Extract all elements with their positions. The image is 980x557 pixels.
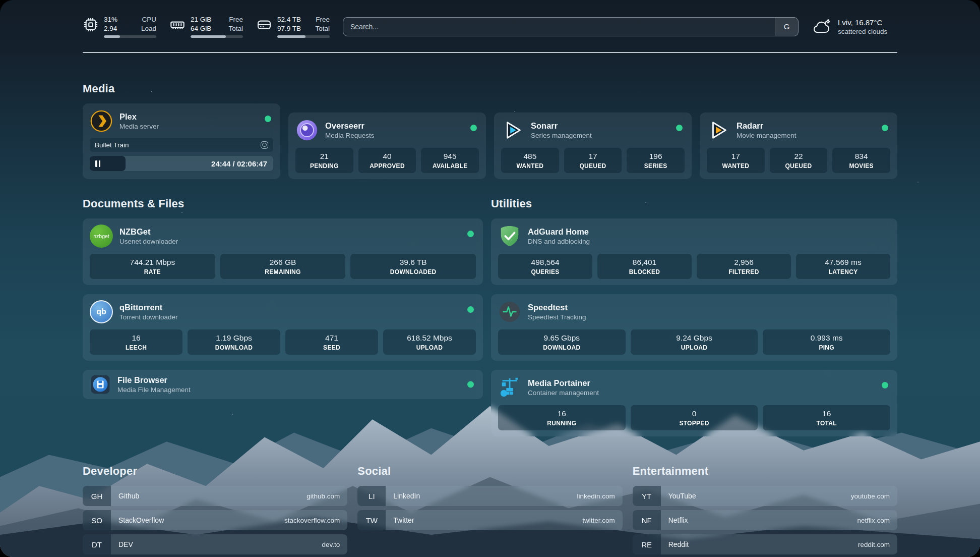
stat-value: 1.19 Gbps xyxy=(190,333,278,343)
bookmark-name: YouTube xyxy=(661,492,851,500)
speedtest-titles: Speedtest Speedtest Tracking xyxy=(528,303,586,321)
stat-box-upload: 618.52 Mbps UPLOAD xyxy=(383,329,476,355)
stat-label: QUEUED xyxy=(566,162,620,170)
bookmarks-area: Developer GH Github github.com SO StackO… xyxy=(83,465,897,557)
cpu-usage-label: CPU xyxy=(142,15,156,24)
stat-box-remaining: 266 GB REMAINING xyxy=(220,254,346,279)
overseerr-titles: Overseerr Media Requests xyxy=(325,121,375,140)
cloud-icon xyxy=(812,18,832,35)
stat-label: FILTERED xyxy=(699,268,789,275)
cpu-stat-body: 31% CPU 2.94 Load xyxy=(104,15,156,38)
bookmark-name: StackOverflow xyxy=(111,516,284,524)
disk-total-label: Total xyxy=(315,24,330,33)
radarr-icon xyxy=(707,119,730,142)
cpu-progress-track xyxy=(104,35,156,38)
app-name: Media Portainer xyxy=(528,378,599,388)
app-name: Speedtest xyxy=(528,303,586,313)
top-bar: 31% CPU 2.94 Load xyxy=(0,0,980,38)
bookmark-url: reddit.com xyxy=(858,541,897,548)
sonarr-icon xyxy=(501,119,524,142)
qbittorrent-titles: qBittorrent Torrent downloader xyxy=(119,303,178,321)
app-name: AdGuard Home xyxy=(528,227,590,237)
app-card-overseerr[interactable]: Overseerr Media Requests 21 PENDING 4 xyxy=(288,113,486,179)
stat-box-seed: 471 SEED xyxy=(285,329,378,355)
app-card-sonarr[interactable]: Sonarr Series management 485 WANTED 1 xyxy=(494,113,692,179)
stat-value: 2,956 xyxy=(699,258,789,267)
plex-player-bar[interactable]: 24:44 / 02:06:47 xyxy=(90,156,273,171)
bookmark-stackoverflow[interactable]: SO StackOverflow stackoverflow.com xyxy=(83,510,347,530)
bookmark-linkedin[interactable]: LI LinkedIn linkedin.com xyxy=(357,486,622,506)
stat-box-total: 16 TOTAL xyxy=(763,405,890,430)
bookmark-abbr: NF xyxy=(633,510,661,530)
stat-value: 17 xyxy=(709,152,763,161)
stat-value: 39.6 TB xyxy=(352,258,474,267)
app-card-filebrowser[interactable]: File Browser Media File Management xyxy=(83,370,483,399)
app-name: Plex xyxy=(119,112,159,122)
stat-box-queries: 498,564 QUERIES xyxy=(498,254,592,279)
portainer-icon xyxy=(498,376,521,399)
app-description: DNS and adblocking xyxy=(528,238,590,245)
bookmark-twitter[interactable]: TW Twitter twitter.com xyxy=(357,510,622,530)
search-provider-button[interactable]: G xyxy=(775,18,798,36)
bookmark-url: twitter.com xyxy=(582,517,623,524)
stat-label: APPROVED xyxy=(360,162,414,170)
bookmark-netflix[interactable]: NF Netflix netflix.com xyxy=(633,510,897,530)
app-name: File Browser xyxy=(117,375,191,385)
app-name: Overseerr xyxy=(325,121,375,131)
weather-text: Lviv, 16.87°C scattered clouds xyxy=(838,18,887,35)
qbittorrent-icon: qb xyxy=(90,300,113,323)
pause-icon[interactable] xyxy=(95,160,100,167)
stat-box-download: 1.19 Gbps DOWNLOAD xyxy=(188,329,280,355)
stat-value: 9.65 Gbps xyxy=(500,333,624,343)
stat-value: 618.52 Mbps xyxy=(385,333,474,343)
app-card-qbittorrent[interactable]: qb qBittorrent Torrent downloader 16 LEE… xyxy=(83,294,483,361)
stat-box-running: 16 RUNNING xyxy=(498,405,626,430)
stat-value: 0 xyxy=(633,409,756,418)
stat-box-series: 196 SERIES xyxy=(627,148,685,173)
app-card-portainer[interactable]: Media Portainer Container management 16 … xyxy=(491,370,897,436)
bookmark-name: LinkedIn xyxy=(386,492,577,500)
search-input[interactable] xyxy=(343,23,775,31)
stat-value: 21 xyxy=(297,152,351,161)
bookmark-youtube[interactable]: YT YouTube youtube.com xyxy=(633,486,897,506)
stat-box-approved: 40 APPROVED xyxy=(358,148,416,173)
stat-box-pending: 21 PENDING xyxy=(295,148,353,173)
bookmark-group-entertainment: Entertainment YT YouTube youtube.com NF … xyxy=(633,465,897,557)
bookmark-github[interactable]: GH Github github.com xyxy=(83,486,347,506)
weather-location-temp: Lviv, 16.87°C xyxy=(838,18,887,27)
stat-value: 47.569 ms xyxy=(798,258,888,267)
stat-label: BLOCKED xyxy=(599,268,690,275)
filebrowser-titles: File Browser Media File Management xyxy=(117,375,191,394)
stat-box-wanted: 17 WANTED xyxy=(707,148,765,173)
disk-free-label: Free xyxy=(316,15,330,24)
stat-label: SEED xyxy=(287,344,376,351)
app-card-nzbget[interactable]: nzbget NZBGet Usenet downloader 744.21 M… xyxy=(83,218,483,285)
app-card-radarr[interactable]: Radarr Movie management 17 WANTED 22 xyxy=(700,113,897,179)
bookmark-abbr: LI xyxy=(357,486,386,506)
stat-value: 16 xyxy=(500,409,624,418)
app-description: Usenet downloader xyxy=(119,238,178,245)
app-card-adguard[interactable]: AdGuard Home DNS and adblocking 498,564 … xyxy=(491,218,897,285)
app-description: Media File Management xyxy=(117,386,191,394)
bookmark-group-developer: Developer GH Github github.com SO StackO… xyxy=(83,465,347,557)
app-card-speedtest[interactable]: Speedtest Speedtest Tracking 9.65 Gbps D… xyxy=(491,294,897,361)
plex-icon xyxy=(90,109,113,133)
adguard-icon xyxy=(498,225,521,248)
stat-label: RUNNING xyxy=(500,420,624,427)
stat-label: QUERIES xyxy=(500,268,590,275)
stat-label: DOWNLOAD xyxy=(190,344,278,351)
stat-value: 485 xyxy=(503,152,557,161)
stat-value: 945 xyxy=(423,152,477,161)
stat-label: DOWNLOAD xyxy=(500,344,624,351)
bookmark-dev[interactable]: DT DEV dev.to xyxy=(83,534,347,554)
disk-total-value: 97.9 TB xyxy=(277,24,301,33)
stat-value: 196 xyxy=(629,152,683,161)
memory-total-value: 64 GiB xyxy=(191,24,211,33)
memory-stat-widget: 21 GiB Free 64 GiB Total xyxy=(169,15,243,38)
bookmark-url: netflix.com xyxy=(857,517,897,524)
bookmark-reddit[interactable]: RE Reddit reddit.com xyxy=(633,534,897,554)
app-card-plex[interactable]: Plex Media server Bullet Train xyxy=(83,103,280,179)
cpu-load-value: 2.94 xyxy=(104,24,117,33)
portainer-titles: Media Portainer Container management xyxy=(528,378,599,397)
stat-value: 0.993 ms xyxy=(765,333,888,343)
